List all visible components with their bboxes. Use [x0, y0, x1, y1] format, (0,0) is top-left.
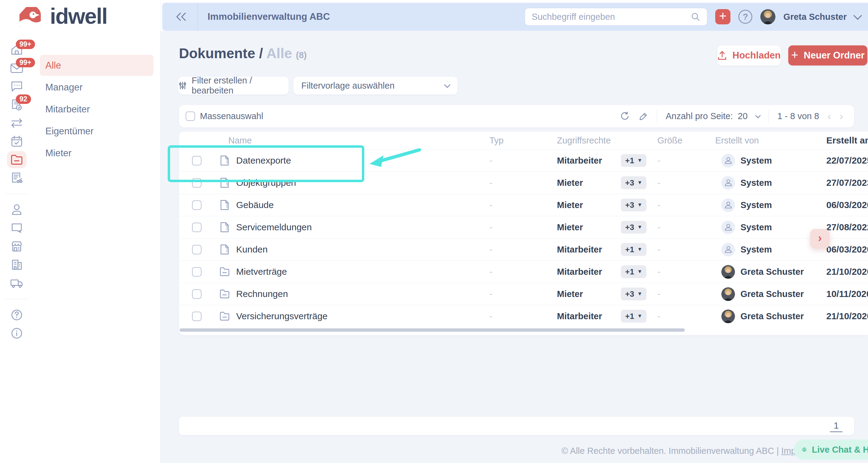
- next-page-button[interactable]: ›: [840, 110, 843, 122]
- chat-icon: [7, 78, 27, 95]
- folder-name: Rechnungen: [236, 289, 288, 299]
- sidebar-item-mitarbeiter[interactable]: Mitarbeiter: [40, 99, 153, 120]
- size-value: -: [657, 266, 715, 277]
- global-search[interactable]: [525, 8, 707, 26]
- sidebar-item-buildings[interactable]: [0, 256, 33, 274]
- live-chat-button[interactable]: Live Chat & Hilfe: [794, 439, 868, 460]
- row-checkbox[interactable]: [192, 223, 202, 232]
- create-filter-button[interactable]: Filter erstellen / bearbeiten: [178, 77, 288, 94]
- access-more-badge[interactable]: +1▼: [621, 310, 646, 323]
- size-value: -: [657, 222, 715, 232]
- access-more-badge[interactable]: +1▼: [621, 154, 646, 167]
- home-badge: 99+: [16, 39, 35, 49]
- row-checkbox[interactable]: [192, 200, 202, 210]
- sidebar-item-suppliers[interactable]: [0, 274, 33, 292]
- user-menu[interactable]: Greta Schuster: [783, 12, 847, 22]
- creator-name: System: [741, 200, 772, 210]
- sidebar-item-contacts[interactable]: [0, 201, 33, 219]
- row-checkbox[interactable]: [192, 245, 202, 254]
- sidebar-item-help[interactable]: [0, 306, 33, 324]
- sidebar-item-mieter[interactable]: Mieter: [40, 143, 153, 164]
- table-row[interactable]: Rechnungen - Mieter +3▼ - Greta Schuster…: [179, 283, 868, 305]
- table-row[interactable]: Mietverträge - Mitarbeiter +1▼ - Greta S…: [179, 260, 868, 283]
- creator-avatar: [721, 310, 735, 323]
- row-checkbox[interactable]: [192, 178, 202, 187]
- rail-divider: [5, 194, 29, 194]
- refresh-icon[interactable]: [620, 111, 630, 121]
- user-avatar[interactable]: [760, 9, 775, 24]
- access-more-badge[interactable]: +3▼: [621, 176, 646, 189]
- access-more-badge[interactable]: +3▼: [621, 288, 646, 300]
- column-name[interactable]: Name: [213, 136, 489, 146]
- chevron-down-icon[interactable]: [854, 11, 862, 20]
- search-input[interactable]: [532, 12, 690, 22]
- sidebar-collapse-button[interactable]: [175, 11, 187, 22]
- table-row[interactable]: Gebäude - Mieter +3▼ - System 06/03/2020: [179, 194, 868, 216]
- row-checkbox[interactable]: [192, 267, 202, 277]
- column-typ[interactable]: Typ: [489, 136, 557, 146]
- edit-pencil-icon[interactable]: [639, 112, 648, 121]
- triangle-down-icon: ▼: [637, 157, 643, 164]
- table-row[interactable]: Kunden - Mitarbeiter +1▼ - System 06/03/…: [179, 238, 868, 260]
- list-toolbar: Massenauswahl Anzahl pro Seite: 20 1 - 8…: [179, 105, 854, 127]
- triangle-down-icon: ▼: [637, 291, 643, 297]
- row-checkbox[interactable]: [192, 312, 202, 321]
- sidebar-item-eigentuemer[interactable]: Eigentümer: [40, 121, 153, 142]
- access-more-badge[interactable]: +1▼: [621, 243, 646, 256]
- creator-name: System: [741, 244, 772, 255]
- sidebar-item-calendar[interactable]: [0, 132, 33, 150]
- row-checkbox[interactable]: [192, 156, 202, 165]
- row-checkbox[interactable]: [192, 289, 202, 299]
- column-groesse[interactable]: Größe: [657, 136, 715, 146]
- per-page-value[interactable]: 20: [738, 111, 747, 121]
- page-number[interactable]: 1: [830, 420, 842, 432]
- folder-icon: [219, 311, 230, 321]
- sidebar-item-transfers[interactable]: [0, 114, 33, 132]
- chevron-down-icon[interactable]: [755, 113, 761, 118]
- system-folder-icon: [219, 155, 230, 166]
- quick-add-button[interactable]: +: [715, 9, 731, 24]
- access-more-badge[interactable]: +3▼: [621, 221, 646, 234]
- sidebar-item-doc-scissors[interactable]: [0, 169, 33, 187]
- search-icon: [690, 12, 700, 22]
- sidebar-item-tasks[interactable]: 92: [0, 96, 33, 114]
- plus-icon: +: [791, 48, 798, 62]
- new-folder-button[interactable]: + Neuer Ordner: [788, 46, 867, 65]
- help-button[interactable]: ?: [738, 10, 752, 24]
- table-row[interactable]: Versicherungsverträge - Mitarbeiter +1▼ …: [179, 305, 868, 327]
- horizontal-scrollbar[interactable]: [180, 328, 685, 332]
- scroll-right-button[interactable]: ›: [810, 229, 830, 249]
- breadcrumb-secondary: Alle: [266, 46, 292, 61]
- filter-sliders-icon: [178, 81, 187, 90]
- system-folder-icon: [219, 222, 230, 233]
- sidebar-item-info[interactable]: [0, 324, 33, 342]
- brand-name: idwell: [50, 4, 107, 29]
- sidebar-item-manager[interactable]: Manager: [40, 77, 153, 98]
- upload-button[interactable]: Hochladen: [717, 46, 781, 65]
- column-erstellt-am[interactable]: Erstellt am: [826, 135, 868, 146]
- table-row[interactable]: Datenexporte - Mitarbeiter +1▼ - System …: [179, 149, 868, 172]
- creator-avatar: [721, 265, 735, 279]
- access-more-badge[interactable]: +3▼: [621, 199, 646, 211]
- chat-square-icon: [7, 220, 27, 237]
- sidebar-item-chat[interactable]: [0, 77, 33, 96]
- storefront-icon: [7, 238, 27, 255]
- sidebar-item-storefront[interactable]: [0, 237, 33, 256]
- sidebar-item-home[interactable]: 99+: [0, 41, 33, 59]
- column-erstellt-von[interactable]: Erstellt von: [715, 136, 826, 146]
- prev-page-button[interactable]: ‹: [828, 110, 831, 122]
- documents-icon: [7, 151, 27, 168]
- filter-template-select[interactable]: Filtervorlage auswählen: [293, 77, 458, 94]
- system-folder-icon: [219, 199, 230, 211]
- sidebar-item-mail[interactable]: 99+: [0, 59, 33, 77]
- column-zugriffsrechte[interactable]: Zugriffsrechte: [557, 136, 657, 146]
- truck-icon: [7, 274, 27, 291]
- table-row[interactable]: Servicemeldungen - Mieter +3▼ - System 2…: [179, 216, 868, 238]
- sidebar-item-feedback[interactable]: [0, 219, 33, 237]
- bulk-select-checkbox[interactable]: [186, 112, 195, 121]
- system-avatar-icon: [721, 176, 735, 190]
- sidebar-item-documents[interactable]: [0, 150, 33, 169]
- sidebar-item-alle[interactable]: Alle: [40, 55, 153, 76]
- table-row[interactable]: Objektgruppen - Mieter +3▼ - System 27/0…: [179, 172, 868, 194]
- access-more-badge[interactable]: +1▼: [621, 265, 646, 278]
